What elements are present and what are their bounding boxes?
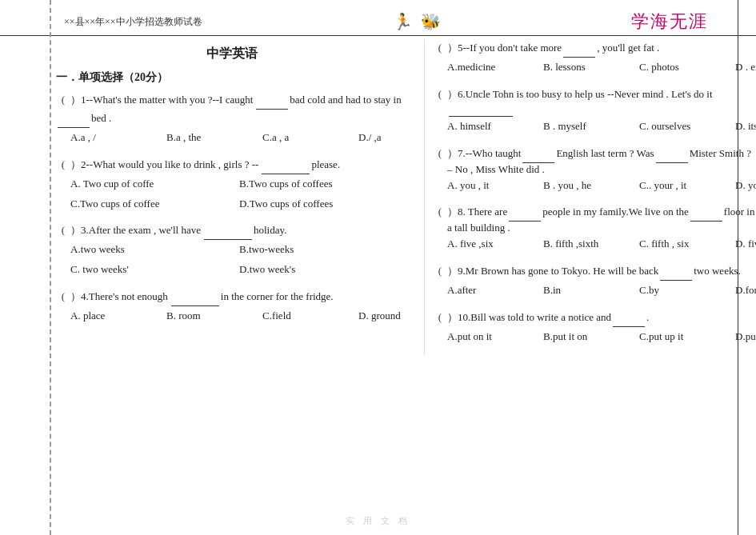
q2-opt-d: D.Two cups of coffees: [239, 194, 408, 214]
q5-opt-c: C. photos: [639, 58, 735, 78]
q1-text-part3: bed .: [91, 110, 111, 127]
q5-opt-a: A.medicine: [447, 58, 543, 78]
q6-blank: [449, 103, 513, 117]
q2-text-part2: please.: [311, 156, 340, 174]
q10-text2: .: [646, 309, 649, 326]
page: ××县××年××中小学招选教师试卷 🏃 🐝 学海无涯 中学英语 一．单项选择（2…: [0, 0, 756, 535]
q5-options: A.medicine B. lessons C. photos D . exer…: [447, 58, 756, 78]
q5-text: ( ）5--If you don't take more , you'll ge…: [433, 39, 756, 58]
question-9: ( ）9.Mr Brown has gone to Tokyo. He will…: [433, 262, 756, 301]
left-column: 中学英语 一．单项选择（20分） ( ）1--What's the matter…: [56, 39, 424, 355]
q4-blank: [171, 288, 219, 306]
q7-opt-b: B . you , he: [543, 176, 639, 196]
q6-options: A. himself B . myself C. ourselves D. it…: [447, 117, 756, 137]
q9-text2: two weeks.: [694, 262, 741, 280]
q2-options: A. Two cup of coffe B.Two cups of coffee…: [70, 174, 408, 214]
q4-paren: (: [56, 288, 70, 305]
q8-text4: a tall building .: [447, 222, 756, 234]
question-10: ( ）10.Bill was told to write a notice an…: [433, 309, 756, 347]
q1-text-part2: bad cold and had to stay in: [290, 91, 401, 109]
q10-opt-b: B.put it on: [543, 327, 639, 347]
q5-text2: , you'll get fat .: [597, 39, 659, 57]
q6-opt-b: B . myself: [543, 117, 639, 137]
q6-text: ( ）6.Uncle Tohn is too busy to help us -…: [433, 86, 756, 103]
q4-opt-c: C.field: [262, 306, 358, 326]
q9-blank: [660, 262, 692, 281]
runner-icon: 🏃: [393, 12, 413, 31]
q8-blank2: [690, 203, 722, 222]
q4-text-part2: in the corner for the fridge.: [221, 288, 334, 305]
q7-blank2: [656, 145, 688, 163]
q3-text: ( ）3.After the exam , we'll have holiday…: [56, 222, 408, 240]
q1-options: A.a , / B.a , the C.a , a D./ ,a: [70, 128, 408, 148]
q1-opt-c: C.a , a: [262, 128, 358, 148]
question-7: ( ）7.--Who taught English last term ? Wa…: [433, 145, 756, 196]
brand-text: 学海无涯: [631, 10, 708, 34]
q8-text: ( ）8. There are people in my family.We l…: [433, 203, 756, 222]
q8-opt-a: A. five ,six: [447, 234, 543, 254]
q3-paren: (: [56, 222, 70, 239]
q10-text: ( ）10.Bill was told to write a notice an…: [433, 309, 756, 327]
q8-paren: (: [433, 203, 447, 221]
question-8: ( ）8. There are people in my family.We l…: [433, 203, 756, 254]
q7-opt-c: C.. your , it: [639, 176, 735, 196]
section-one-title: 一．单项选择（20分）: [56, 70, 408, 85]
q8-num: ）8. There are: [447, 203, 507, 221]
q9-opt-b: B.in: [543, 281, 639, 301]
question-3: ( ）3.After the exam , we'll have holiday…: [56, 222, 408, 279]
q9-text: ( ）9.Mr Brown has gone to Tokyo. He will…: [433, 262, 756, 281]
q7-text4: – No , Miss White did .: [447, 163, 756, 176]
q5-opt-b: B. lessons: [543, 58, 639, 78]
q6-num: ）6.Uncle Tohn is too busy to help us --N…: [447, 86, 713, 103]
q5-blank: [563, 39, 595, 58]
q3-options: A.two weeks B.two-weeks C. two weeks' D.…: [70, 240, 408, 279]
q7-blank1: [522, 145, 554, 163]
q4-opt-a: A. place: [70, 306, 166, 326]
q9-num: ）9.Mr Brown has gone to Tokyo. He will b…: [447, 262, 658, 280]
question-2: ( ）2--What would you like to drink , gir…: [56, 156, 408, 214]
q7-text3: Mister Smith ?: [690, 145, 751, 162]
q1-blank2: [58, 110, 90, 128]
exam-title: ××县××年××中小学招选教师试卷: [64, 15, 202, 29]
q10-opt-c: C.put up it: [639, 327, 735, 347]
q1-num: ）1--What's the matter with you ?--I caug…: [70, 91, 253, 109]
q3-blank: [204, 222, 252, 240]
q6-blank-line: [447, 103, 756, 117]
q2-opt-a: A. Two cup of coffe: [70, 174, 239, 194]
q9-options: A.after B.in C.by D.for: [447, 281, 756, 301]
q7-text2: English last term ? Was: [556, 145, 654, 162]
q1-blank1: [256, 91, 288, 110]
q8-text3: floor in: [724, 203, 755, 221]
q2-blank: [262, 156, 310, 174]
q10-options: A.put on it B.put it on C.put up it D.pu…: [447, 327, 756, 347]
q6-paren: (: [433, 86, 447, 103]
question-1: ( ）1--What's the matter with you ?--I ca…: [56, 91, 408, 148]
q7-opt-a: A. you , it: [447, 176, 543, 196]
q2-num: ）2--What would you like to drink , girls…: [70, 156, 258, 174]
q1-opt-a: A.a , /: [70, 128, 166, 148]
top-icons: 🏃 🐝: [393, 12, 441, 31]
q3-opt-b: B.two-weeks: [239, 240, 408, 260]
q8-text2: people in my family.We live on the: [542, 203, 689, 221]
q6-opt-c: C. ourselves: [639, 117, 735, 137]
doc-title: 中学英语: [56, 46, 408, 62]
right-column: ( ）5--If you don't take more , you'll ge…: [424, 39, 756, 355]
q10-opt-a: A.put on it: [447, 327, 543, 347]
q2-text: ( ）2--What would you like to drink , gir…: [56, 156, 408, 174]
q4-num: ）4.There's not enough: [70, 288, 168, 305]
bee-icon: 🐝: [421, 12, 441, 31]
q1-opt-b: B.a , the: [166, 128, 262, 148]
q8-options: A. five ,six B. fifth ,sixth C. fifth , …: [447, 234, 756, 254]
q2-opt-c: C.Two cups of coffee: [70, 194, 239, 214]
top-bar: ××县××年××中小学招选教师试卷 🏃 🐝 学海无涯: [0, 8, 756, 36]
question-6: ( ）6.Uncle Tohn is too busy to help us -…: [433, 86, 756, 137]
q5-num: ）5--If you don't take more: [447, 39, 562, 57]
q3-opt-d: D.two week's: [239, 260, 408, 280]
q8-opt-c: C. fifth , six: [639, 234, 735, 254]
q7-num: ）7.--Who taught: [447, 145, 521, 162]
q2-opt-b: B.Two cups of coffees: [239, 174, 408, 194]
q7-paren: (: [433, 145, 447, 162]
q1-paren: (: [56, 91, 70, 109]
q10-num: ）10.Bill was told to write a notice and: [447, 309, 611, 326]
watermark: 实 用 文 档: [346, 515, 410, 527]
